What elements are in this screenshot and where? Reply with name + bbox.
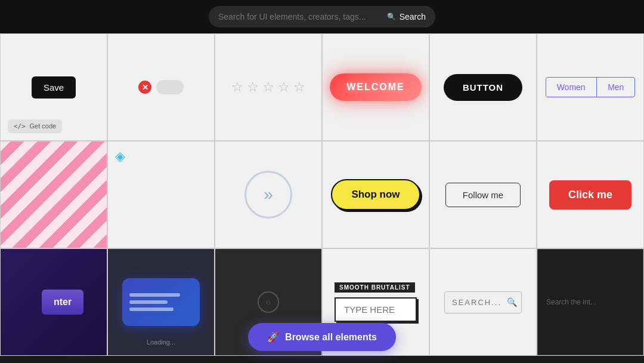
click-me-button[interactable]: Click me (549, 180, 631, 210)
card-button: BUTTON (429, 33, 537, 141)
search-field-wrap: 🔍 (444, 291, 522, 313)
card-pink-stripes (0, 141, 107, 248)
star-2[interactable]: ☆ (247, 79, 259, 95)
browse-all-elements-button[interactable]: 🚀 Browse all elements (248, 323, 396, 351)
toggle-track[interactable] (156, 80, 184, 94)
loading-card-inner (122, 278, 200, 326)
search-dark-inner: Search the int... (537, 249, 643, 355)
card-welcome: WELCOME (322, 33, 429, 141)
search-dark-placeholder: Search the int... (546, 298, 596, 306)
circle-icon: ○ (258, 291, 279, 313)
card-search-1: 🔍 (429, 248, 537, 356)
spinner-arrows-icon: » (264, 185, 273, 204)
get-code-button[interactable]: Get code (8, 119, 62, 133)
toggle-container: ✕ (138, 80, 184, 94)
tailwind-icon: ◈ (115, 149, 125, 164)
search-button[interactable]: Search (377, 6, 435, 27)
card-shop: Shop now (322, 141, 429, 248)
star-5[interactable]: ☆ (293, 79, 305, 95)
card-follow: Follow me (429, 141, 537, 248)
star-4[interactable]: ☆ (278, 79, 290, 95)
card-spinner: » (215, 141, 322, 248)
card-toggle: ✕ (107, 33, 215, 141)
rocket-icon: 🚀 (267, 331, 279, 343)
brutalist-input[interactable] (335, 297, 417, 322)
card-save: Save Get code (0, 33, 107, 141)
loading-line-1 (129, 293, 180, 297)
spinner-circle: » (244, 171, 292, 219)
element-grid: Save Get code ✕ ☆ ☆ ☆ ☆ ☆ WELCOME BUTTON… (0, 33, 644, 356)
loading-line-3 (129, 307, 174, 311)
card-segmented: Women Men (537, 33, 644, 141)
card-stars: ☆ ☆ ☆ ☆ ☆ (215, 33, 322, 141)
card-tailwind: ◈ (107, 141, 215, 248)
star-1[interactable]: ☆ (231, 79, 243, 95)
brutalist-badge: SMOOTH BRUTALIST (335, 282, 415, 293)
segment-women[interactable]: Women (546, 78, 596, 97)
loading-line-2 (129, 300, 168, 304)
browse-label: Browse all elements (285, 332, 377, 343)
stripe-pattern (1, 141, 107, 248)
toggle-off-icon[interactable]: ✕ (138, 81, 151, 94)
button-pill[interactable]: BUTTON (444, 74, 522, 101)
card-search-2: Search the int... (537, 248, 644, 356)
star-3[interactable]: ☆ (262, 79, 274, 95)
segment-men[interactable]: Men (597, 78, 634, 97)
shop-now-button[interactable]: Shop now (331, 179, 420, 210)
card-enter: nter (0, 248, 107, 356)
enter-button[interactable]: nter (42, 290, 83, 315)
search-container: Search (209, 6, 435, 27)
save-button[interactable]: Save (32, 76, 76, 99)
loading-label: Loading... (147, 339, 175, 346)
welcome-button[interactable]: WELCOME (330, 73, 422, 101)
search-icon: 🔍 (507, 297, 517, 307)
follow-button[interactable]: Follow me (445, 183, 521, 207)
card-loading: Loading... (107, 248, 215, 356)
bottom-bar: 🚀 Browse all elements (248, 323, 396, 351)
star-rating: ☆ ☆ ☆ ☆ ☆ (231, 79, 305, 95)
card-clickme: Click me (537, 141, 644, 248)
search-input[interactable] (209, 6, 377, 27)
segmented-control: Women Men (546, 77, 636, 97)
top-bar: Search (0, 0, 644, 33)
